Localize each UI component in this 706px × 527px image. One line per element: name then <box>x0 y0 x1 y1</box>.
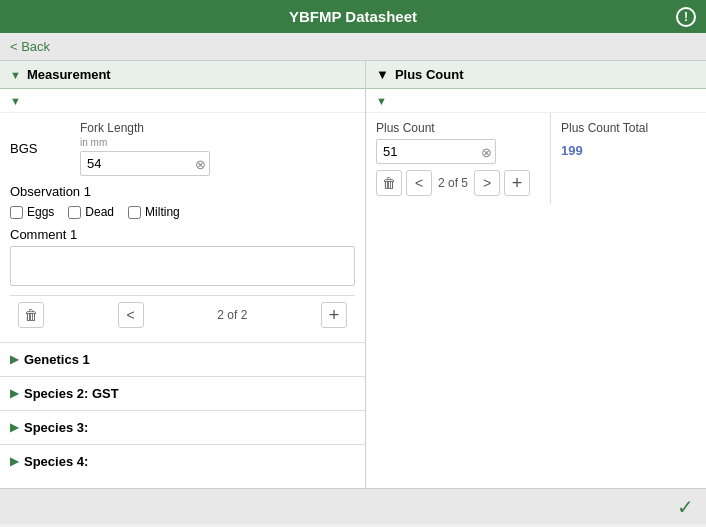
plus-count-next-button[interactable]: > <box>474 170 500 196</box>
measurement-prev-button[interactable]: < <box>118 302 144 328</box>
comment-label: Comment 1 <box>10 227 355 242</box>
species2-section[interactable]: ▶ Species 2: GST <box>0 376 365 410</box>
species4-section[interactable]: ▶ Species 4: <box>0 444 365 478</box>
checkbox-row: Eggs Dead Milting <box>10 205 355 219</box>
species3-section[interactable]: ▶ Species 3: <box>0 410 365 444</box>
measurement-sub-arrow: ▼ <box>10 95 21 107</box>
species3-triangle-icon: ▶ <box>10 421 18 434</box>
title-bar: YBFMP Datasheet ! <box>0 0 706 33</box>
measurement-add-button[interactable]: + <box>321 302 347 328</box>
eggs-label: Eggs <box>27 205 54 219</box>
fork-length-field: Fork Length in mm ⊗ <box>80 121 210 176</box>
plus-count-page-info: 2 of 5 <box>438 176 468 190</box>
fork-length-input-container: ⊗ <box>80 151 210 176</box>
species2-label: Species 2: GST <box>24 386 119 401</box>
measurement-section-header[interactable]: ▼ Measurement <box>0 61 365 89</box>
observation-section: Observation 1 Eggs Dead Milting <box>10 184 355 219</box>
fork-length-clear-button[interactable]: ⊗ <box>195 156 206 171</box>
species4-label: Species 4: <box>24 454 88 469</box>
checkbox-milting: Milting <box>128 205 180 219</box>
top-nav: < Back <box>0 33 706 61</box>
dead-checkbox[interactable] <box>68 206 81 219</box>
measurement-body: BGS Fork Length in mm ⊗ Observation 1 Eg <box>0 113 365 342</box>
checkbox-eggs: Eggs <box>10 205 54 219</box>
observation-label: Observation 1 <box>10 184 355 199</box>
measurement-delete-button[interactable]: 🗑 <box>18 302 44 328</box>
eggs-checkbox[interactable] <box>10 206 23 219</box>
meas-row-bgs: BGS Fork Length in mm ⊗ <box>10 121 355 176</box>
checkbox-dead: Dead <box>68 205 114 219</box>
fork-length-unit: in mm <box>80 137 210 148</box>
plus-count-header-label: Plus Count <box>395 67 464 82</box>
measurement-page-info: 2 of 2 <box>217 308 247 322</box>
fork-length-label: Fork Length <box>80 121 210 135</box>
bgs-label: BGS <box>10 121 70 176</box>
plus-count-clear-button[interactable]: ⊗ <box>481 144 492 159</box>
plus-count-delete-button[interactable]: 🗑 <box>376 170 402 196</box>
milting-label: Milting <box>145 205 180 219</box>
plus-count-add-button[interactable]: + <box>504 170 530 196</box>
plus-count-section-header[interactable]: ▼ Plus Count <box>366 61 706 89</box>
plus-count-sub-arrow: ▼ <box>376 95 387 107</box>
plus-count-total-section: Plus Count Total 199 <box>551 113 706 204</box>
app-title: YBFMP Datasheet <box>289 8 417 25</box>
species4-triangle-icon: ▶ <box>10 455 18 468</box>
plus-count-input[interactable] <box>376 139 496 164</box>
comment-input[interactable] <box>10 246 355 286</box>
plus-count-arrow-icon: ▼ <box>376 67 389 82</box>
milting-checkbox[interactable] <box>128 206 141 219</box>
genetics-triangle-icon: ▶ <box>10 353 18 366</box>
exclaim-button[interactable]: ! <box>676 7 696 27</box>
comment-section: Comment 1 <box>10 227 355 289</box>
plus-count-input-container: ⊗ <box>376 139 496 164</box>
plus-count-total-value: 199 <box>561 139 696 162</box>
measurement-nav-bar: 🗑 < 2 of 2 + <box>10 295 355 334</box>
plus-count-prev-button[interactable]: < <box>406 170 432 196</box>
dead-label: Dead <box>85 205 114 219</box>
measurement-label: Measurement <box>27 67 111 82</box>
right-panel-inner: Plus Count ⊗ 🗑 < 2 of 5 > + Plus Count T… <box>366 113 706 204</box>
fork-length-input[interactable] <box>80 151 210 176</box>
right-panel: ▼ Plus Count ▼ Plus Count ⊗ 🗑 < 2 of 5 <box>366 61 706 488</box>
plus-count-total-label: Plus Count Total <box>561 121 696 135</box>
back-button[interactable]: < Back <box>10 39 50 54</box>
plus-count-field-label: Plus Count <box>376 121 540 135</box>
genetics-section[interactable]: ▶ Genetics 1 <box>0 342 365 376</box>
plus-count-main: Plus Count ⊗ 🗑 < 2 of 5 > + <box>366 113 551 204</box>
species3-label: Species 3: <box>24 420 88 435</box>
main-content: ▼ Measurement ▼ BGS Fork Length in mm ⊗ <box>0 61 706 488</box>
checkmark-button[interactable]: ✓ <box>677 495 694 519</box>
bottom-bar: ✓ <box>0 488 706 524</box>
measurement-arrow-icon: ▼ <box>10 69 21 81</box>
genetics-label: Genetics 1 <box>24 352 90 367</box>
left-panel: ▼ Measurement ▼ BGS Fork Length in mm ⊗ <box>0 61 366 488</box>
species2-triangle-icon: ▶ <box>10 387 18 400</box>
plus-count-nav-bar: 🗑 < 2 of 5 > + <box>376 170 540 196</box>
